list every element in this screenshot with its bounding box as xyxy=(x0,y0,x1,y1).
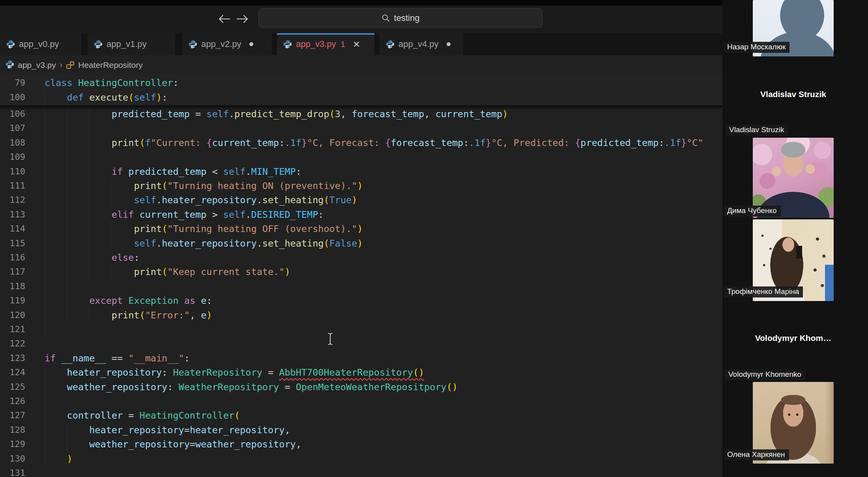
participant-name-chip: Дима Чубенко xyxy=(724,206,781,217)
line-number: 110 xyxy=(0,165,25,179)
line-number: 119 xyxy=(0,294,25,308)
participant-audio-name: Volodymyr Khom… xyxy=(750,333,836,343)
code-line-122[interactable]: 122 xyxy=(0,337,722,351)
code-line-107[interactable]: 107 xyxy=(0,121,722,136)
code-line-110[interactable]: 110 if predicted_temp < self.MIN_TEMP: xyxy=(0,165,722,179)
screen: testing app_v0.pyapp_v1.pyapp_v2.pyapp_v… xyxy=(0,0,868,477)
line-number: 112 xyxy=(0,193,25,207)
line-number: 129 xyxy=(0,437,25,451)
indent-guide xyxy=(45,279,45,294)
line-number: 106 xyxy=(0,107,25,121)
editor-tab-bar: app_v0.pyapp_v1.pyapp_v2.pyapp_v3.py1×ap… xyxy=(0,33,722,55)
line-number: 100 xyxy=(0,90,25,105)
line-number: 126 xyxy=(0,394,25,408)
indent-guide xyxy=(89,150,90,165)
code-line-119[interactable]: 119 except Exception as e: xyxy=(0,294,722,308)
indent-guide xyxy=(67,279,67,294)
code-line-126[interactable]: 126 xyxy=(0,394,722,409)
tab-app_v3.py[interactable]: app_v3.py1× xyxy=(277,33,374,55)
sticky-scroll[interactable]: 79class HeatingController:100 def execut… xyxy=(0,75,722,106)
close-icon[interactable]: × xyxy=(353,38,360,50)
code-editor[interactable]: 106 predicted_temp = self.predict_temp_d… xyxy=(0,75,722,477)
breadcrumb-separator: › xyxy=(60,60,62,70)
code-line-113[interactable]: 113 elif current_temp > self.DESIRED_TEM… xyxy=(0,208,722,222)
mouse-text-cursor xyxy=(327,332,334,348)
breadcrumb-file[interactable]: app_v3.py xyxy=(18,60,56,70)
title-bar: testing xyxy=(0,6,722,33)
code-line-121[interactable]: 121 xyxy=(0,322,722,337)
line-number: 131 xyxy=(0,466,25,477)
code-line-112[interactable]: 112 self.heater_repository.set_heating(T… xyxy=(0,193,722,208)
search-input[interactable]: testing xyxy=(258,8,542,28)
code-line-130[interactable]: 130 ) xyxy=(0,452,722,466)
call-participants-panel: Назар МоскалюкVladislav StruzikVladislav… xyxy=(722,0,868,477)
tab-label: app_v4.py xyxy=(398,39,439,49)
code-line-100[interactable]: 100 def execute(self): xyxy=(0,90,722,105)
code-line-128[interactable]: 128 heater_repository=heater_repository, xyxy=(0,423,722,438)
back-arrow-icon[interactable] xyxy=(217,13,231,24)
indent-guide xyxy=(45,150,45,165)
code-line-118[interactable]: 118 xyxy=(0,279,722,294)
tab-app_v1.py[interactable]: app_v1.py xyxy=(88,33,175,55)
line-number: 115 xyxy=(0,236,25,251)
code-line-114[interactable]: 114 print("Turning heating OFF (overshoo… xyxy=(0,222,722,236)
line-number: 120 xyxy=(0,308,25,322)
tab-app_v0.py[interactable]: app_v0.py xyxy=(0,33,82,55)
code-line-106[interactable]: 106 predicted_temp = self.predict_temp_d… xyxy=(0,107,722,122)
line-number: 124 xyxy=(0,365,25,380)
line-number: 111 xyxy=(0,179,25,193)
line-number: 125 xyxy=(0,380,25,394)
code-line-79[interactable]: 79class HeatingController: xyxy=(0,76,722,90)
code-line-123[interactable]: 123if __name__ == "__main__": xyxy=(0,351,722,366)
line-number: 121 xyxy=(0,322,25,337)
line-number: 128 xyxy=(0,423,25,437)
forward-arrow-icon[interactable] xyxy=(236,13,249,24)
participant-name-chip: Volodymyr Khomenko xyxy=(725,369,805,380)
indent-guide xyxy=(45,394,45,409)
tab-app_v4.py[interactable]: app_v4.py xyxy=(380,33,463,55)
code-line-108[interactable]: 108 print(f"Current: {current_temp:.1f}°… xyxy=(0,136,722,150)
search-value: testing xyxy=(394,13,420,23)
breadcrumb-symbol[interactable]: HeaterRepository xyxy=(78,60,142,70)
problems-badge: 1 xyxy=(341,40,345,49)
code-line-129[interactable]: 129 weather_repository=weather_repositor… xyxy=(0,437,722,452)
line-number: 118 xyxy=(0,279,25,294)
line-number: 127 xyxy=(0,408,25,423)
indent-guide xyxy=(45,322,45,337)
class-icon xyxy=(66,60,75,70)
code-line-109[interactable]: 109 xyxy=(0,150,722,165)
code-line-127[interactable]: 127 controller = HeatingController( xyxy=(0,408,722,423)
code-line-115[interactable]: 115 self.heater_repository.set_heating(F… xyxy=(0,236,722,251)
python-icon xyxy=(6,60,14,71)
window-top-strip xyxy=(0,0,722,6)
participant-name-chip: Трофімченко Маріна xyxy=(724,286,803,297)
python-icon xyxy=(6,40,15,49)
line-number: 107 xyxy=(0,121,25,135)
code-line-124[interactable]: 124 heater_repository: HeaterRepository … xyxy=(0,365,722,380)
line-number: 109 xyxy=(0,150,25,164)
indent-guide xyxy=(89,121,90,136)
indent-guide xyxy=(67,150,67,165)
indent-guide xyxy=(67,121,67,136)
python-icon xyxy=(189,40,197,49)
code-line-117[interactable]: 117 print("Keep current state.") xyxy=(0,265,722,279)
tab-label: app_v3.py xyxy=(296,39,336,49)
participant-name-chip: Олена Харкянен xyxy=(724,449,789,460)
breadcrumb[interactable]: app_v3.py › HeaterRepository xyxy=(0,55,722,75)
python-icon xyxy=(94,40,103,49)
modified-dot-icon xyxy=(447,42,451,46)
indent-guide xyxy=(45,121,45,136)
code-line-111[interactable]: 111 print("Turning heating ON (preventiv… xyxy=(0,179,722,193)
code-line-131[interactable]: 131 xyxy=(0,466,722,477)
code-line-120[interactable]: 120 print("Error:", e) xyxy=(0,308,722,323)
search-icon xyxy=(382,14,390,22)
line-number: 123 xyxy=(0,351,25,365)
line-number: 108 xyxy=(0,136,25,150)
code-line-116[interactable]: 116 else: xyxy=(0,251,722,265)
line-number: 130 xyxy=(0,452,25,466)
tab-label: app_v1.py xyxy=(107,39,147,49)
participant-name-chip: Назар Москалюк xyxy=(724,42,789,53)
code-line-125[interactable]: 125 weather_repository: WeatherRepositpo… xyxy=(0,380,722,395)
tab-app_v2.py[interactable]: app_v2.py xyxy=(182,33,272,55)
participant-name-chip: Vladislav Struzik xyxy=(726,125,788,136)
